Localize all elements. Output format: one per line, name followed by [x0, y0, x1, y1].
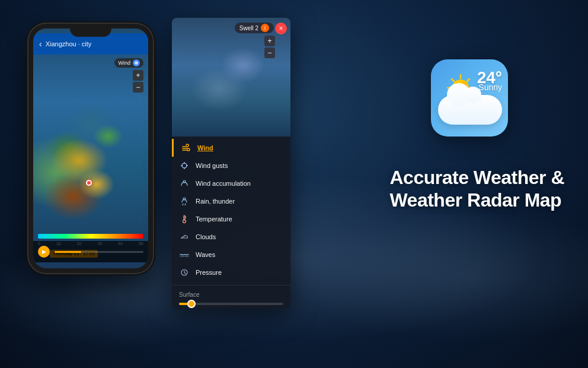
menu-item-clouds[interactable]: Clouds	[172, 228, 290, 246]
surface-section: Surface	[172, 287, 290, 309]
wind-accum-icon	[179, 178, 190, 189]
phone-timeline: ▶	[33, 241, 148, 262]
map-controls: + −	[133, 70, 143, 93]
tagline-line-2: Weather Radar Map	[389, 189, 564, 211]
menu-item-wind-accumulation[interactable]: Wind accumulation	[172, 175, 290, 192]
back-arrow-icon[interactable]: ‹	[39, 39, 42, 49]
clouds-label: Clouds	[196, 233, 216, 240]
phone-screen: ‹ Xiangzhou · city Wind + − Thursday 13 …	[33, 28, 148, 268]
wind-scale-bar	[38, 234, 143, 239]
tagline-line-1: Accurate Weather &	[389, 166, 564, 189]
phone-mockup: ‹ Xiangzhou · city Wind + − Thursday 13 …	[28, 24, 153, 273]
weather-panel: Swell 2 i × + − Wind	[172, 18, 290, 309]
timeline-progress-bar[interactable]	[55, 251, 143, 253]
temperature-label: Temperature	[196, 215, 232, 223]
panel-map-preview: Swell 2 i × + −	[172, 18, 290, 137]
zoom-out-button[interactable]: −	[133, 82, 143, 93]
svg-line-10	[185, 204, 186, 205]
wind-label: Wind	[197, 144, 213, 151]
panel-map-controls: + −	[264, 36, 275, 58]
wind-dot	[133, 59, 140, 66]
weather-app-icon: 24° Sunny	[431, 59, 508, 137]
svg-point-2	[182, 163, 187, 168]
cloud-icon	[438, 95, 502, 125]
wind-badge[interactable]: Wind	[114, 58, 143, 68]
wind-gusts-label: Wind gusts	[196, 162, 228, 169]
phone-city-title: Xiangzhou · city	[46, 40, 92, 47]
panel-zoom-out[interactable]: −	[264, 47, 275, 58]
svg-line-21	[452, 79, 454, 81]
wind-accum-label: Wind accumulation	[196, 180, 251, 187]
menu-item-pressure[interactable]: Pressure	[172, 264, 290, 281]
pressure-label: Pressure	[196, 269, 222, 276]
phone-notch	[70, 24, 111, 37]
section-divider-1	[172, 285, 290, 285]
cloud-menu-icon	[179, 231, 190, 242]
zoom-in-button[interactable]: +	[133, 70, 143, 81]
menu-item-waves[interactable]: Waves	[172, 246, 290, 264]
timeline-fill	[55, 251, 81, 253]
wind-icon	[181, 142, 191, 153]
panel-close-button[interactable]: ×	[275, 23, 287, 34]
wind-gusts-icon	[179, 160, 190, 171]
svg-line-23	[467, 79, 469, 81]
pressure-icon	[179, 267, 190, 278]
menu-item-rain-thunder[interactable]: Rain, thunder	[172, 192, 290, 210]
svg-rect-11	[184, 215, 185, 220]
tagline-container: Accurate Weather & Weather Radar Map	[389, 166, 564, 212]
swell-label: Swell 2	[239, 25, 258, 31]
menu-item-wind[interactable]: Wind	[172, 139, 290, 157]
menu-item-wind-gusts[interactable]: Wind gusts	[172, 157, 290, 175]
weather-description: Sunny	[478, 83, 502, 92]
panel-zoom-in[interactable]: +	[264, 36, 275, 46]
location-pin	[86, 180, 92, 186]
waves-label: Waves	[196, 251, 215, 258]
surface-label: Surface	[179, 291, 283, 298]
svg-line-9	[183, 204, 183, 205]
rain-icon	[179, 196, 190, 207]
play-button[interactable]: ▶	[38, 246, 50, 258]
rain-thunder-label: Rain, thunder	[196, 198, 235, 205]
swell-info-icon: i	[261, 24, 269, 32]
slider-thumb[interactable]	[187, 300, 196, 308]
wind-badge-label: Wind	[118, 60, 130, 66]
svg-point-0	[135, 61, 138, 65]
layer-menu: Wind Wind gusts W	[172, 137, 290, 284]
phone-frame: ‹ Xiangzhou · city Wind + − Thursday 13 …	[28, 24, 153, 273]
temp-icon	[179, 214, 190, 224]
wave-icon	[179, 249, 190, 260]
menu-item-temperature[interactable]: Temperature	[172, 210, 290, 228]
weather-icon-background: 24° Sunny	[431, 59, 508, 137]
surface-slider[interactable]	[179, 303, 283, 305]
swell-badge[interactable]: Swell 2 i	[235, 23, 274, 33]
